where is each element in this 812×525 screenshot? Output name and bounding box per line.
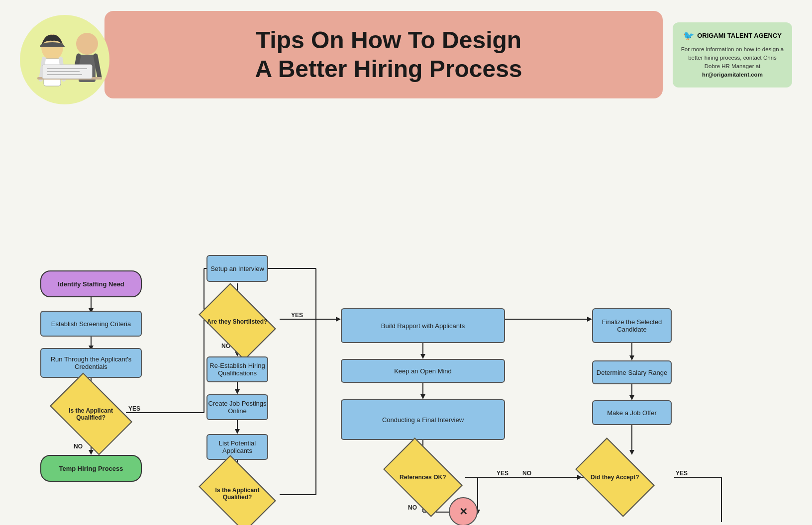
header-info-box: 🐦 ORIGAMI TALENT AGENCY For more informa… [673,22,792,88]
svg-line-7 [96,56,100,77]
svg-text:NO: NO [522,470,531,477]
flowchart-area: NO YES YES NO NO [0,114,812,522]
identify-staffing-node: Identify Staffing Need [40,270,142,297]
svg-marker-20 [89,450,94,455]
run-credentials-node: Run Through the Applicant's Credentials [40,348,142,378]
determine-salary-node: Determine Salary Range [592,360,672,384]
page-header: Tips On How To Design A Better Hiring Pr… [0,0,812,109]
svg-text:YES: YES [497,470,508,477]
svg-text:YES: YES [128,405,140,412]
svg-point-4 [76,33,98,55]
svg-text:YES: YES [291,312,303,319]
svg-marker-67 [629,450,634,455]
is-qualified-2-node: Is the Applicant Qualified? [199,455,276,525]
svg-marker-30 [336,317,341,322]
svg-marker-65 [629,395,634,400]
re-establish-node: Re-Establish Hiring Qualifications [206,356,268,382]
establish-screening-node: Establish Screening Criteria [40,311,142,337]
setup-interview-node: Setup an Interview [206,255,268,282]
build-rapport-node: Build Rapport with Applicants [341,308,505,343]
list-applicants-node: List Potential Applicants [206,434,268,460]
page-title: Tips On How To Design A Better Hiring Pr… [134,26,643,83]
conducting-final-node: Conducting a Final Interview [341,399,505,440]
bird-icon: 🐦 [683,30,694,41]
are-shortlisted-node: Are they Shortlisted? [199,283,276,360]
svg-text:YES: YES [676,470,688,477]
is-qualified-1-node: Is the Applicant Qualified? [50,372,132,455]
svg-marker-50 [420,394,425,399]
svg-marker-48 [420,354,425,359]
error-circle-node: ✕ [449,497,478,525]
header-title-box: Tips On How To Design A Better Hiring Pr… [104,11,663,98]
svg-marker-77 [587,317,592,322]
agency-name: 🐦 ORIGAMI TALENT AGENCY [681,30,784,41]
did-accept-node: Did they Accept? [575,438,655,517]
temp-hiring-node: Temp Hiring Process [40,455,142,482]
svg-text:NO: NO [408,504,417,511]
svg-marker-63 [629,355,634,360]
create-postings-node: Create Job Postings Online [206,394,268,420]
finalize-candidate-node: Finalize the Selected Candidate [592,308,672,343]
header-illustration [10,10,119,99]
make-offer-node: Make a Job Offer [592,400,672,425]
keep-open-mind-node: Keep an Open Mind [341,359,505,383]
svg-marker-38 [235,429,240,434]
svg-text:NO: NO [74,443,83,450]
svg-marker-36 [235,389,240,394]
agency-description: For more information on how to design a … [681,45,784,80]
